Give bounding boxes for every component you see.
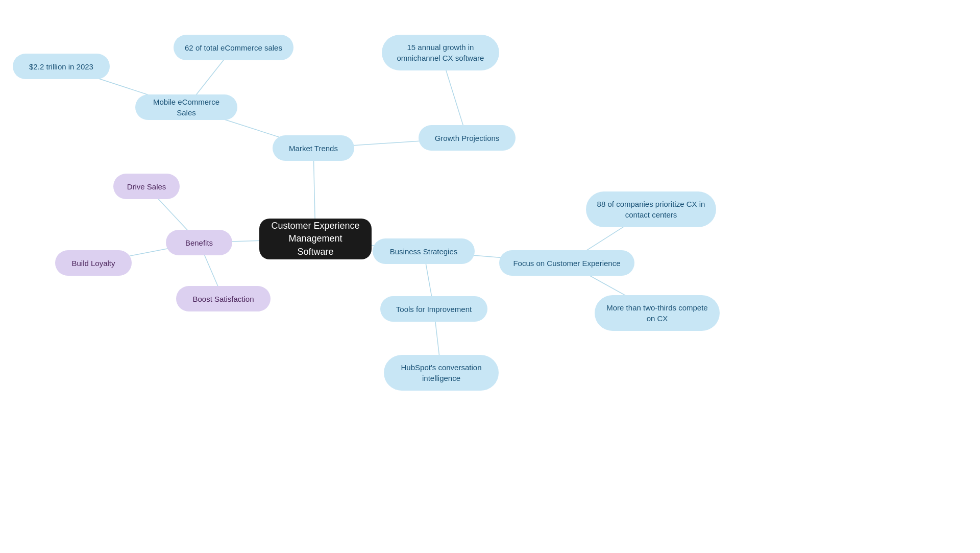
benefits-label: Benefits [185,237,213,248]
market-trends-node[interactable]: Market Trends [273,135,354,161]
build-loyalty-node[interactable]: Build Loyalty [55,250,132,276]
annual-growth-node[interactable]: 15 annual growth inomnichannel CX softwa… [382,35,499,70]
center-label: Customer ExperienceManagement Software [270,220,361,258]
two-thirds-node[interactable]: More than two-thirds competeon CX [595,295,720,331]
focus-cx-node[interactable]: Focus on Customer Experience [499,250,634,276]
build-loyalty-label: Build Loyalty [71,258,115,269]
drive-sales-label: Drive Sales [127,181,166,192]
sales-62-node[interactable]: 62 of total eCommerce sales [174,35,293,60]
center-node[interactable]: Customer ExperienceManagement Software [259,219,372,259]
market-trends-label: Market Trends [289,143,338,154]
boost-satisfaction-node[interactable]: Boost Satisfaction [176,286,271,311]
growth-projections-node[interactable]: Growth Projections [419,125,516,151]
companies-88-label: 88 of companies prioritize CX incontact … [597,199,705,220]
focus-cx-label: Focus on Customer Experience [513,258,620,269]
annual-growth-label: 15 annual growth inomnichannel CX softwa… [397,42,484,63]
boost-satisfaction-label: Boost Satisfaction [192,294,254,304]
business-strategies-label: Business Strategies [390,246,458,257]
companies-88-node[interactable]: 88 of companies prioritize CX incontact … [586,191,716,227]
drive-sales-node[interactable]: Drive Sales [113,174,180,199]
sales-62-label: 62 of total eCommerce sales [185,42,282,53]
trillion-node[interactable]: $2.2 trillion in 2023 [13,54,110,79]
business-strategies-node[interactable]: Business Strategies [373,238,475,264]
tools-improvement-label: Tools for Improvement [396,304,472,315]
growth-projections-label: Growth Projections [435,133,500,143]
hubspot-node[interactable]: HubSpot's conversationintelligence [384,355,499,391]
two-thirds-label: More than two-thirds competeon CX [606,302,707,324]
tools-improvement-node[interactable]: Tools for Improvement [380,296,487,322]
benefits-node[interactable]: Benefits [166,230,232,255]
mobile-ecommerce-node[interactable]: Mobile eCommerce Sales [135,94,237,120]
hubspot-label: HubSpot's conversationintelligence [401,362,482,383]
trillion-label: $2.2 trillion in 2023 [29,61,93,72]
mobile-ecommerce-label: Mobile eCommerce Sales [145,97,227,118]
